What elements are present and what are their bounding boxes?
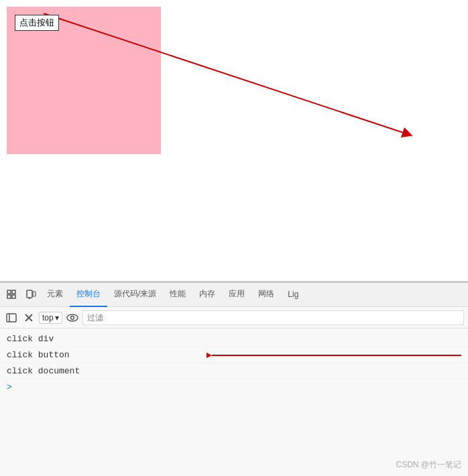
tab-memory[interactable]: 内存	[192, 283, 222, 307]
clear-console-icon[interactable]	[21, 310, 36, 325]
watermark: CSDN @竹一笔记	[396, 459, 461, 471]
browser-viewport: 点击按钮	[0, 0, 468, 282]
side-panel-icon[interactable]	[4, 310, 19, 325]
svg-rect-8	[7, 314, 16, 322]
tab-performance[interactable]: 性能	[163, 283, 192, 307]
svg-point-13	[70, 316, 74, 319]
console-output: click div click button click document >	[0, 329, 468, 398]
tab-application[interactable]: 应用	[222, 283, 251, 307]
svg-rect-1	[7, 290, 11, 294]
console-prompt[interactable]: >	[0, 379, 468, 395]
console-line-3: click document	[0, 363, 468, 379]
inspect-icon[interactable]	[3, 286, 21, 304]
device-icon[interactable]	[21, 286, 40, 304]
tab-lighthouse[interactable]: Lig	[281, 283, 305, 307]
chevron-down-icon: ▾	[55, 313, 59, 322]
eye-icon[interactable]	[65, 310, 80, 325]
svg-rect-2	[12, 290, 15, 294]
pink-box: 点击按钮	[7, 7, 161, 154]
tab-elements[interactable]: 元素	[40, 283, 70, 307]
devtools-tabs-bar: 元素 控制台 源代码/来源 性能 内存 应用 网络 Lig	[0, 283, 468, 307]
tab-network[interactable]: 网络	[251, 283, 281, 307]
context-selector[interactable]: top ▾	[39, 312, 62, 324]
devtools-toolbar: top ▾	[0, 307, 468, 329]
svg-rect-5	[27, 290, 32, 298]
filter-input[interactable]	[82, 310, 464, 325]
svg-rect-4	[12, 295, 15, 298]
click-button[interactable]: 点击按钮	[15, 15, 59, 31]
svg-point-12	[67, 314, 78, 321]
devtools-panel: 元素 控制台 源代码/来源 性能 内存 应用 网络 Lig	[0, 282, 468, 476]
console-line-1: click div	[0, 331, 468, 347]
svg-rect-6	[29, 298, 30, 299]
svg-rect-3	[7, 295, 11, 298]
console-line-2: click button	[0, 347, 468, 363]
red-arrow-console	[207, 349, 461, 362]
tab-sources[interactable]: 源代码/来源	[107, 283, 163, 307]
tab-console[interactable]: 控制台	[70, 283, 107, 307]
svg-rect-7	[33, 292, 36, 296]
